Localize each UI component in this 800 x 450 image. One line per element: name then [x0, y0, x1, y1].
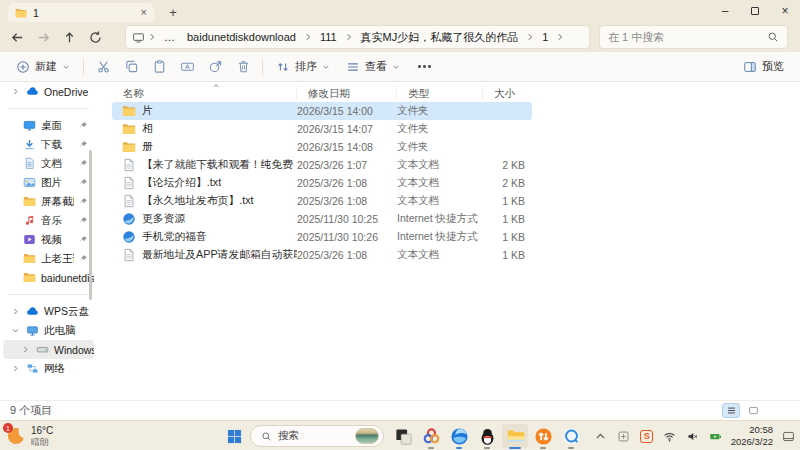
- taskbar-clock[interactable]: 20:58 2026/3/22: [731, 424, 773, 448]
- sidebar-item-videos[interactable]: 视频: [3, 230, 94, 249]
- rename-button[interactable]: [173, 55, 201, 79]
- sidebar-scrollbar[interactable]: [89, 150, 92, 300]
- s-letter-icon: S: [640, 430, 653, 443]
- column-header-name[interactable]: 名称: [112, 87, 297, 100]
- taskbar-app-explorer[interactable]: [502, 424, 528, 448]
- share-button[interactable]: [201, 55, 229, 79]
- search-highlight-image[interactable]: [355, 428, 379, 444]
- file-row[interactable]: 片 2026/3/15 14:00 文件夹: [112, 102, 532, 120]
- refresh-button[interactable]: [82, 25, 108, 49]
- tab-close-icon[interactable]: ×: [141, 7, 147, 18]
- minimize-button[interactable]: –: [710, 0, 740, 22]
- sidebar-item-baidunetdisk[interactable]: baidunetdiskdc: [3, 268, 94, 287]
- breadcrumb-ellipsis[interactable]: …: [159, 31, 180, 43]
- breadcrumb-item[interactable]: 1: [537, 31, 553, 43]
- volume-tray-icon[interactable]: [685, 428, 701, 444]
- file-row[interactable]: 最新地址及APP请发邮箱自动获取！！！.txt 2025/3/26 1:08 文…: [112, 246, 532, 264]
- close-button[interactable]: ×: [770, 0, 800, 22]
- sidebar-item-downloads[interactable]: 下载: [3, 135, 94, 154]
- paste-button[interactable]: [145, 55, 173, 79]
- breadcrumb-item[interactable]: 真实MJ少妇，私藏了很久的作品: [356, 30, 524, 45]
- forward-button[interactable]: [30, 25, 56, 49]
- copy-button[interactable]: [117, 55, 145, 79]
- sidebar-item-screenshots[interactable]: 屏幕截图: [3, 192, 94, 211]
- pin-icon: [79, 216, 88, 225]
- internet-shortcut-icon: [122, 230, 136, 244]
- show-hidden-icons-button[interactable]: [593, 428, 609, 444]
- task-view-icon: [394, 427, 413, 446]
- battery-tray-icon[interactable]: [708, 428, 724, 444]
- knot-app-icon: [422, 427, 441, 446]
- details-view-button[interactable]: [722, 403, 740, 418]
- search-icon: [261, 431, 272, 442]
- taskbar-search[interactable]: 搜索: [250, 425, 384, 447]
- sidebar-item-documents[interactable]: 文档: [3, 154, 94, 173]
- sidebar-item-wps-cloud[interactable]: WPS云盘: [3, 302, 94, 321]
- navigation-bar: … baidunetdiskdownload 111 真实MJ少妇，私藏了很久的…: [0, 22, 800, 52]
- file-row[interactable]: 【永久地址发布页】.txt 2025/3/26 1:08 文本文档 1 KB: [112, 192, 532, 210]
- explorer-tab[interactable]: 1 ×: [8, 3, 154, 22]
- weather-widget[interactable]: 1 16°C 晴朗: [6, 423, 53, 449]
- sidebar-item-windows-ssd[interactable]: Windows-SSD: [3, 340, 94, 359]
- ime-tray-icon[interactable]: [616, 428, 632, 444]
- chevron-right-icon: [555, 32, 565, 42]
- new-tab-button[interactable]: +: [163, 3, 183, 22]
- file-row[interactable]: 手机党的福音 2025/11/30 10:26 Internet 快捷方式 1 …: [112, 228, 532, 246]
- sort-button[interactable]: 排序: [268, 55, 338, 79]
- file-row[interactable]: 【论坛介绍】.txt 2025/3/26 1:08 文本文档 2 KB: [112, 174, 532, 192]
- view-button[interactable]: 查看: [338, 55, 408, 79]
- taskbar-app-knot[interactable]: [418, 424, 444, 448]
- maximize-button[interactable]: [740, 0, 770, 22]
- delete-button[interactable]: [229, 55, 257, 79]
- wifi-tray-icon[interactable]: [662, 428, 678, 444]
- item-count: 9 个项目: [10, 403, 52, 418]
- notification-center-button[interactable]: [780, 428, 796, 444]
- new-button[interactable]: 新建: [8, 55, 78, 79]
- thumbnails-view-icon: [748, 405, 759, 416]
- back-button[interactable]: [4, 25, 30, 49]
- file-date: 2025/11/30 10:25: [297, 213, 397, 225]
- folder-icon: [23, 195, 36, 208]
- sidebar-item-pictures[interactable]: 图片: [3, 173, 94, 192]
- file-size: 1 KB: [483, 231, 532, 243]
- breadcrumb-item[interactable]: baidunetdiskdownload: [182, 31, 301, 43]
- file-name: 【永久地址发布页】.txt: [142, 194, 254, 208]
- sidebar-item-this-pc[interactable]: 此电脑: [3, 321, 94, 340]
- sidebar-item-forum-folder[interactable]: 上老王论坛当: [3, 249, 94, 268]
- search-input[interactable]: [608, 31, 767, 43]
- this-pc-icon[interactable]: [132, 31, 145, 44]
- breadcrumb-item[interactable]: 111: [315, 31, 342, 43]
- taskbar-app-orange[interactable]: [530, 424, 556, 448]
- task-view-button[interactable]: [390, 424, 416, 448]
- sidebar-item-onedrive[interactable]: OneDrive: [3, 82, 94, 101]
- cloud-icon: [26, 305, 39, 318]
- sidebar-item-music[interactable]: 音乐: [3, 211, 94, 230]
- file-row[interactable]: 【来了就能下载和观看！纯免费！】.txt 2025/3/26 1:07 文本文档…: [112, 156, 532, 174]
- file-row[interactable]: 册 2026/3/15 14:08 文件夹: [112, 138, 532, 156]
- column-header-size[interactable]: 大小: [483, 87, 532, 100]
- sidebar-item-desktop[interactable]: 桌面: [3, 116, 94, 135]
- videos-icon: [23, 233, 36, 246]
- file-date: 2025/3/26 1:07: [297, 159, 397, 171]
- file-size: 2 KB: [483, 177, 532, 189]
- sidebar-item-network[interactable]: 网络: [3, 359, 94, 378]
- taskbar-app-browser[interactable]: [446, 424, 472, 448]
- taskbar-app-qq[interactable]: [474, 424, 500, 448]
- sogou-tray-icon[interactable]: S: [639, 428, 655, 444]
- start-button[interactable]: [222, 425, 246, 447]
- weather-temp: 16°C: [31, 425, 53, 437]
- search-box[interactable]: [599, 25, 788, 49]
- column-header-date[interactable]: 修改日期: [297, 87, 397, 100]
- more-options-button[interactable]: [408, 65, 441, 68]
- taskbar-app-quark[interactable]: [558, 424, 584, 448]
- up-button[interactable]: [56, 25, 82, 49]
- file-size: 2 KB: [483, 159, 532, 171]
- file-type: Internet 快捷方式: [397, 212, 483, 226]
- file-row[interactable]: 更多资源 2025/11/30 10:25 Internet 快捷方式 1 KB: [112, 210, 532, 228]
- column-header-type[interactable]: 类型: [397, 87, 483, 100]
- file-row[interactable]: 相 2026/3/15 14:07 文件夹: [112, 120, 532, 138]
- preview-button[interactable]: 预览: [735, 55, 792, 79]
- cut-button[interactable]: [89, 55, 117, 79]
- thumbnails-view-button[interactable]: [744, 403, 762, 418]
- view-button-label: 查看: [365, 59, 387, 74]
